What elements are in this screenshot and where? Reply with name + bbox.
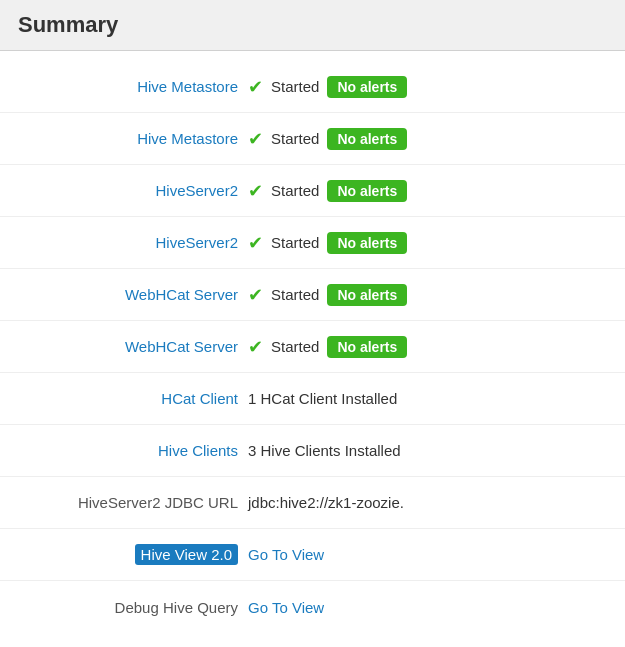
row-label-col: Hive View 2.0 bbox=[18, 546, 248, 563]
status-text: Started bbox=[271, 182, 319, 199]
row-label-plain-hiveserver2-jdbc-url: HiveServer2 JDBC URL bbox=[78, 494, 238, 511]
list-item: WebHCat Server✔StartedNo alerts bbox=[0, 321, 625, 373]
row-label-link-webhcat-server-2[interactable]: WebHCat Server bbox=[125, 338, 238, 355]
row-value-col: ✔StartedNo alerts bbox=[248, 180, 607, 202]
list-item: WebHCat Server✔StartedNo alerts bbox=[0, 269, 625, 321]
row-label-link-webhcat-server-1[interactable]: WebHCat Server bbox=[125, 286, 238, 303]
list-item: HiveServer2✔StartedNo alerts bbox=[0, 217, 625, 269]
row-label-highlight-hive-view-2: Hive View 2.0 bbox=[135, 544, 238, 565]
no-alerts-badge: No alerts bbox=[327, 336, 407, 358]
page-title: Summary bbox=[18, 12, 118, 37]
row-value-col: ✔StartedNo alerts bbox=[248, 284, 607, 306]
no-alerts-badge: No alerts bbox=[327, 232, 407, 254]
list-item: Hive Metastore✔StartedNo alerts bbox=[0, 61, 625, 113]
row-label-link-hcat-client[interactable]: HCat Client bbox=[161, 390, 238, 407]
row-value-col: ✔StartedNo alerts bbox=[248, 128, 607, 150]
row-value-col: ✔StartedNo alerts bbox=[248, 76, 607, 98]
go-to-view-link-debug-hive-query[interactable]: Go To View bbox=[248, 599, 324, 616]
row-label-col: HCat Client bbox=[18, 390, 248, 407]
status-text: Started bbox=[271, 130, 319, 147]
row-label-col: Hive Metastore bbox=[18, 130, 248, 147]
row-label-col: HiveServer2 bbox=[18, 234, 248, 251]
no-alerts-badge: No alerts bbox=[327, 180, 407, 202]
check-icon: ✔ bbox=[248, 76, 263, 98]
row-label-link-hive-metastore-1[interactable]: Hive Metastore bbox=[137, 78, 238, 95]
status-text: Started bbox=[271, 234, 319, 251]
plain-value: 3 Hive Clients Installed bbox=[248, 442, 401, 459]
row-value-col: 1 HCat Client Installed bbox=[248, 390, 607, 407]
row-label-col: WebHCat Server bbox=[18, 338, 248, 355]
no-alerts-badge: No alerts bbox=[327, 128, 407, 150]
no-alerts-badge: No alerts bbox=[327, 76, 407, 98]
header: Summary bbox=[0, 0, 625, 51]
row-label-col: Debug Hive Query bbox=[18, 599, 248, 616]
status-text: Started bbox=[271, 78, 319, 95]
content: Hive Metastore✔StartedNo alertsHive Meta… bbox=[0, 51, 625, 643]
row-label-col: Hive Clients bbox=[18, 442, 248, 459]
list-item: Hive Metastore✔StartedNo alerts bbox=[0, 113, 625, 165]
list-item: HCat Client1 HCat Client Installed bbox=[0, 373, 625, 425]
row-label-link-hive-metastore-2[interactable]: Hive Metastore bbox=[137, 130, 238, 147]
url-value: jdbc:hive2://zk1-zoozie. bbox=[248, 494, 404, 511]
row-value-col: Go To View bbox=[248, 546, 607, 563]
list-item: Hive Clients3 Hive Clients Installed bbox=[0, 425, 625, 477]
go-to-view-link-hive-view-2[interactable]: Go To View bbox=[248, 546, 324, 563]
list-item: Debug Hive QueryGo To View bbox=[0, 581, 625, 633]
list-item: HiveServer2 JDBC URLjdbc:hive2://zk1-zoo… bbox=[0, 477, 625, 529]
row-label-link-hive-clients[interactable]: Hive Clients bbox=[158, 442, 238, 459]
row-label-col: WebHCat Server bbox=[18, 286, 248, 303]
row-label-link-hiveserver2-1[interactable]: HiveServer2 bbox=[155, 182, 238, 199]
row-value-col: ✔StartedNo alerts bbox=[248, 232, 607, 254]
row-value-col: jdbc:hive2://zk1-zoozie. bbox=[248, 494, 607, 511]
row-label-col: Hive Metastore bbox=[18, 78, 248, 95]
check-icon: ✔ bbox=[248, 336, 263, 358]
check-icon: ✔ bbox=[248, 128, 263, 150]
row-label-col: HiveServer2 bbox=[18, 182, 248, 199]
row-value-col: Go To View bbox=[248, 599, 607, 616]
list-item: Hive View 2.0Go To View bbox=[0, 529, 625, 581]
status-text: Started bbox=[271, 286, 319, 303]
row-label-col: HiveServer2 JDBC URL bbox=[18, 494, 248, 511]
list-item: HiveServer2✔StartedNo alerts bbox=[0, 165, 625, 217]
row-value-col: ✔StartedNo alerts bbox=[248, 336, 607, 358]
row-value-col: 3 Hive Clients Installed bbox=[248, 442, 607, 459]
check-icon: ✔ bbox=[248, 232, 263, 254]
plain-value: 1 HCat Client Installed bbox=[248, 390, 397, 407]
row-label-plain-debug-hive-query: Debug Hive Query bbox=[115, 599, 238, 616]
row-label-link-hiveserver2-2[interactable]: HiveServer2 bbox=[155, 234, 238, 251]
status-text: Started bbox=[271, 338, 319, 355]
check-icon: ✔ bbox=[248, 284, 263, 306]
no-alerts-badge: No alerts bbox=[327, 284, 407, 306]
check-icon: ✔ bbox=[248, 180, 263, 202]
